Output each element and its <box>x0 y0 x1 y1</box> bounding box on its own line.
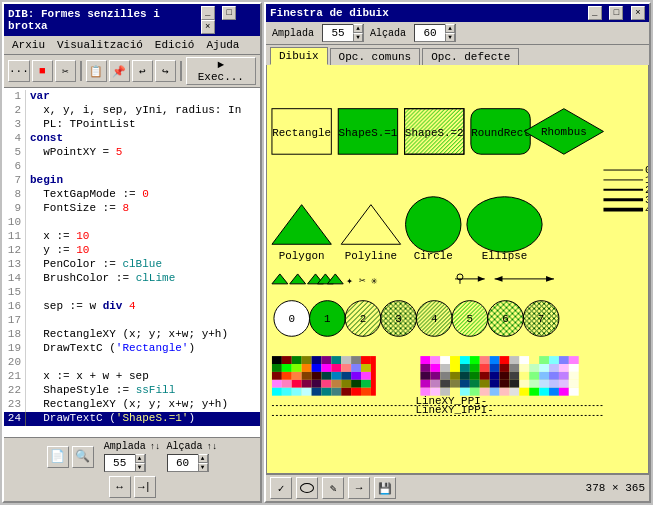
alcada-input[interactable]: 60 <box>168 457 198 469</box>
toolbar-btn6[interactable]: ↩ <box>132 60 153 82</box>
amplada-spinbox[interactable]: 55 ▲ ▼ <box>104 454 146 472</box>
svg-rect-183 <box>500 388 510 396</box>
svg-text:ShapeS.=2: ShapeS.=2 <box>405 127 464 139</box>
right-amplada-buttons: ▲ ▼ <box>353 24 363 42</box>
minimize-button[interactable]: _ <box>201 6 215 20</box>
alcada-down-btn[interactable]: ▼ <box>198 463 208 472</box>
code-line-4: 4 const <box>4 132 260 146</box>
svg-rect-76 <box>331 364 341 372</box>
edit-icon: ✎ <box>330 482 337 495</box>
svg-text:Ellipse: Ellipse <box>482 250 528 262</box>
status-text: 378 × 365 <box>586 482 645 494</box>
right-amplada-label: Amplada <box>272 28 314 39</box>
amplada-up-btn[interactable]: ▲ <box>135 454 145 463</box>
svg-text:4: 4 <box>645 204 648 216</box>
right-alcada-spinbox[interactable]: 60 ▲ ▼ <box>414 24 456 42</box>
svg-text:Rhombus: Rhombus <box>541 126 587 138</box>
menu-ajuda[interactable]: Ajuda <box>202 38 243 52</box>
svg-rect-135 <box>500 364 510 372</box>
code-line-16: 16 sep := w div 4 <box>4 300 260 314</box>
code-line-21: 21 x := x + w + sep <box>4 370 260 384</box>
right-alcada-label: Alçada <box>370 28 406 39</box>
redo-icon: ↪ <box>162 65 169 78</box>
toolbar-btn5[interactable]: 📌 <box>109 60 130 82</box>
svg-rect-110 <box>371 356 376 396</box>
svg-rect-144 <box>430 372 440 380</box>
right-close-button[interactable]: × <box>631 6 645 20</box>
amplada-down-btn[interactable]: ▼ <box>135 463 145 472</box>
right-bottom-edit-btn[interactable]: ✎ <box>322 477 344 499</box>
right-minimize-button[interactable]: _ <box>588 6 602 20</box>
svg-text:7: 7 <box>538 313 545 325</box>
right-bottom-save-btn[interactable]: 💾 <box>374 477 396 499</box>
code-line-9: 9 FontSize := 8 <box>4 202 260 216</box>
svg-text:ShapeS.=1: ShapeS.=1 <box>339 127 398 139</box>
tab-dibuix[interactable]: Dibuix <box>270 47 328 65</box>
svg-rect-72 <box>292 364 302 372</box>
svg-marker-42 <box>495 276 503 282</box>
svg-rect-91 <box>282 380 292 388</box>
svg-rect-94 <box>312 380 322 388</box>
alcada-spinner-buttons: ▲ ▼ <box>198 454 208 472</box>
toolbar-cut-button[interactable]: ✂ <box>55 60 76 82</box>
tab-opc-defecte[interactable]: Opc. defecte <box>422 48 519 65</box>
toolbar-btn4[interactable]: 📋 <box>86 60 107 82</box>
svg-rect-126 <box>569 356 579 364</box>
right-alcada-input[interactable]: 60 <box>415 27 445 39</box>
svg-point-17 <box>467 197 542 252</box>
amplada-input[interactable]: 55 <box>105 457 135 469</box>
left-window: DIB: Formes senzilles i brotxa _ □ × Arx… <box>2 2 262 503</box>
right-amplada-up[interactable]: ▲ <box>353 24 363 33</box>
menu-edicio[interactable]: Edició <box>151 38 199 52</box>
bottom-left-icon1[interactable]: ↔ <box>109 476 131 498</box>
svg-rect-109 <box>361 388 371 396</box>
toolbar-btn7[interactable]: ↪ <box>155 60 176 82</box>
code-line-8: 8 TextGapMode := 0 <box>4 188 260 202</box>
bottom-left-icon2[interactable]: →| <box>134 476 156 498</box>
svg-rect-138 <box>529 364 539 372</box>
copy-icon: 📋 <box>89 65 103 78</box>
right-amplada-input[interactable]: 55 <box>323 27 353 39</box>
code-line-22: 22 ShapeStyle := ssFill <box>4 384 260 398</box>
menu-visualitzacio[interactable]: Visualització <box>53 38 147 52</box>
right-maximize-button[interactable]: □ <box>609 6 623 20</box>
right-bottom-arrow-btn[interactable]: → <box>348 477 370 499</box>
toolbar-stop-button[interactable]: ■ <box>32 60 53 82</box>
alcada-spinbox[interactable]: 60 ▲ ▼ <box>167 454 209 472</box>
svg-rect-149 <box>480 372 490 380</box>
toolbar-dots-button[interactable]: ··· <box>8 60 30 82</box>
svg-rect-87 <box>341 372 351 380</box>
tab-opc-comuns[interactable]: Opc. comuns <box>330 48 421 65</box>
right-alcada-up[interactable]: ▲ <box>445 24 455 33</box>
code-editor[interactable]: 1 var 2 x, y, i, sep, yIni, radius: In 3… <box>4 88 260 437</box>
oval-icon <box>300 483 314 493</box>
svg-rect-173 <box>559 380 569 388</box>
alcada-label-bottom: Alçada <box>167 441 203 452</box>
bottom-icon-btn1[interactable]: 📄 <box>47 446 69 468</box>
right-bottom-oval-btn[interactable] <box>296 477 318 499</box>
menu-arxiu[interactable]: Arxiu <box>8 38 49 52</box>
code-line-5: 5 wPointXY = 5 <box>4 146 260 160</box>
svg-rect-117 <box>480 356 490 364</box>
svg-rect-151 <box>500 372 510 380</box>
left-window-title-bar: DIB: Formes senzilles i brotxa _ □ × <box>4 4 260 36</box>
svg-rect-106 <box>331 388 341 396</box>
close-button[interactable]: × <box>201 20 215 34</box>
svg-rect-140 <box>549 364 559 372</box>
alcada-arrow: ↑↓ <box>207 442 218 452</box>
right-bottom-check-btn[interactable]: ✓ <box>270 477 292 499</box>
svg-text:✦: ✦ <box>346 275 353 287</box>
bottom-icon-btn2[interactable]: 🔍 <box>72 446 94 468</box>
maximize-button[interactable]: □ <box>222 6 236 20</box>
exec-button[interactable]: ► Exec... <box>186 57 256 85</box>
right-alcada-down[interactable]: ▼ <box>445 33 455 42</box>
svg-rect-113 <box>440 356 450 364</box>
shapes-svg: Rectangle ShapeS.=1 <box>267 65 648 473</box>
code-line-14: 14 BrushColor := clLime <box>4 272 260 286</box>
svg-rect-162 <box>450 380 460 388</box>
right-amplada-down[interactable]: ▼ <box>353 33 363 42</box>
svg-rect-167 <box>500 380 510 388</box>
right-amplada-spinbox[interactable]: 55 ▲ ▼ <box>322 24 364 42</box>
svg-text:Polygon: Polygon <box>279 250 325 262</box>
alcada-up-btn[interactable]: ▲ <box>198 454 208 463</box>
